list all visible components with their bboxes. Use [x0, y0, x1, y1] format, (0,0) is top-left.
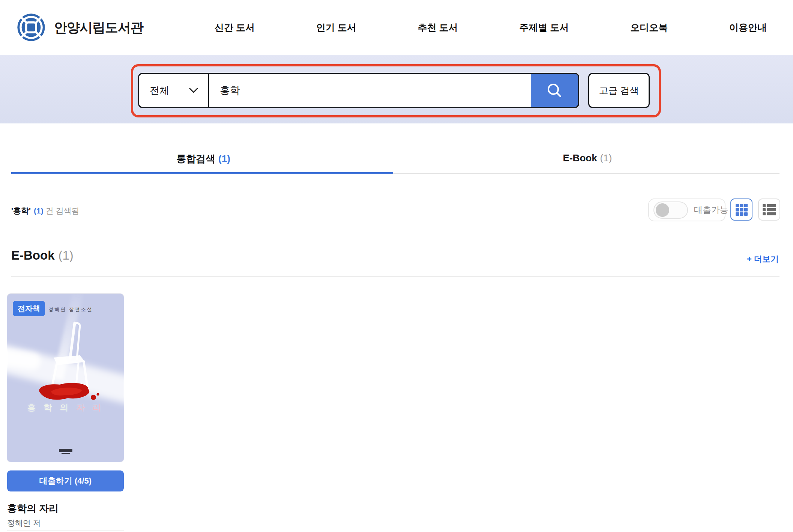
- tab-integrated-label: 통합검색: [176, 153, 215, 164]
- list-view-icon: [763, 204, 776, 216]
- grid-view-button[interactable]: [730, 198, 752, 221]
- nav-item-user-guide[interactable]: 이용안내: [729, 21, 767, 34]
- list-view-button[interactable]: [758, 198, 780, 221]
- site-logo[interactable]: 안양시립도서관: [17, 13, 143, 42]
- top-header: 안양시립도서관 신간 도서 인기 도서 추천 도서 주제별 도서 오디오북 이용…: [0, 0, 793, 55]
- book-title[interactable]: 홍학의 자리: [7, 502, 59, 515]
- nav-item-audiobook[interactable]: 오디오북: [630, 21, 668, 34]
- availability-toggle[interactable]: 대출가능: [648, 198, 725, 221]
- nav-item-recommended-books[interactable]: 추천 도서: [418, 21, 458, 34]
- site-name: 안양시립도서관: [54, 19, 143, 36]
- inactive-tab-underline: [393, 173, 779, 174]
- ebook-section-title: E-Book(1): [11, 248, 74, 263]
- publisher-mark: [59, 449, 73, 454]
- tab-integrated-count: (1): [218, 153, 230, 164]
- result-count: (1): [34, 206, 44, 215]
- ebook-section-label: E-Book: [11, 248, 55, 262]
- ebook-badge: 전자책: [13, 301, 45, 316]
- toggle-knob: [656, 203, 669, 217]
- card-divider: [7, 530, 124, 531]
- tab-integrated-search[interactable]: 통합검색(1): [11, 152, 395, 165]
- search-input[interactable]: [209, 74, 531, 107]
- nav-item-new-books[interactable]: 신간 도서: [215, 21, 255, 34]
- advanced-search-button[interactable]: 고급 검색: [588, 73, 650, 108]
- search-button[interactable]: [531, 74, 578, 107]
- result-term: '홍학': [11, 206, 31, 215]
- tab-ebook-label: E-Book: [563, 152, 597, 164]
- nav-item-books-by-subject[interactable]: 주제별 도서: [519, 21, 569, 34]
- borrow-button[interactable]: 대출하기 (4/5): [7, 470, 124, 491]
- result-summary: '홍학'(1)건 검색됨: [11, 206, 80, 216]
- search-category-value: 전체: [150, 84, 169, 97]
- ebook-section-count: (1): [59, 248, 74, 262]
- cover-title-part1: 홍 학 의: [27, 403, 71, 412]
- section-divider: [11, 276, 779, 277]
- tab-ebook-count: (1): [600, 152, 612, 164]
- toggle-switch[interactable]: [653, 201, 688, 219]
- page: 안양시립도서관 신간 도서 인기 도서 추천 도서 주제별 도서 오디오북 이용…: [0, 0, 793, 532]
- tab-ebook[interactable]: E-Book(1): [395, 152, 779, 164]
- chevron-down-icon: [189, 87, 198, 93]
- globe-logo-icon: [17, 13, 46, 42]
- book-author: 정해연 저: [7, 518, 41, 528]
- search-category-dropdown[interactable]: 전체: [139, 74, 209, 107]
- search-bar: 전체: [138, 73, 579, 108]
- result-suffix: 건 검색됨: [46, 206, 80, 215]
- cover-title-part2: 자 리: [76, 403, 104, 412]
- cover-title: 홍 학 의자 리: [7, 402, 124, 413]
- search-icon: [546, 82, 563, 99]
- book-cover[interactable]: 전자책 정해연 장편소설 홍 학 의자 리: [7, 294, 124, 462]
- main-nav: 신간 도서 인기 도서 추천 도서 주제별 도서 오디오북 이용안내: [215, 21, 767, 34]
- more-link[interactable]: + 더보기: [747, 254, 779, 265]
- nav-item-popular-books[interactable]: 인기 도서: [316, 21, 356, 34]
- grid-view-icon: [735, 203, 748, 216]
- availability-toggle-label: 대출가능: [694, 204, 728, 216]
- active-tab-underline: [11, 172, 393, 174]
